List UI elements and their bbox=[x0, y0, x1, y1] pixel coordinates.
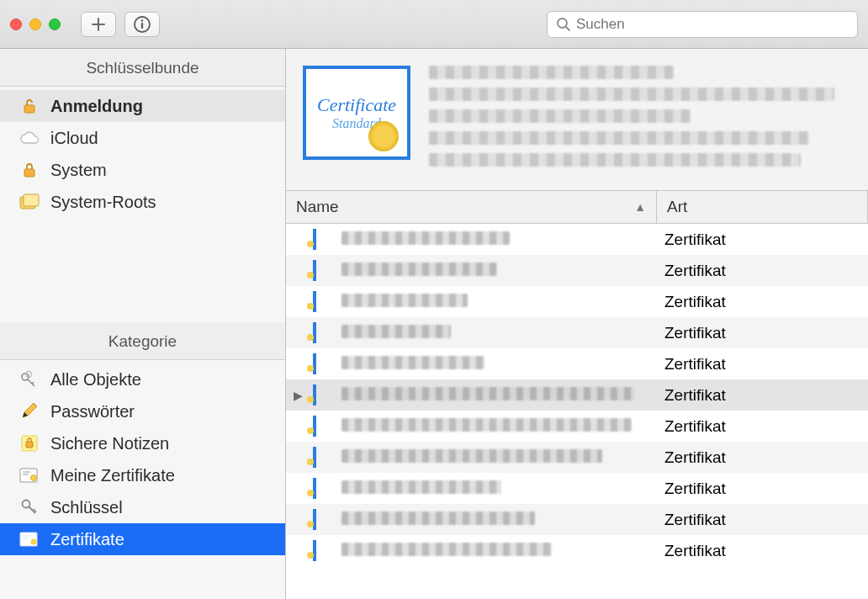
table-row[interactable]: Zertifikat bbox=[286, 504, 868, 535]
search-input[interactable] bbox=[576, 16, 849, 33]
row-kind: Zertifikat bbox=[654, 231, 726, 249]
table-header: Name ▲ Art bbox=[286, 191, 868, 224]
row-name bbox=[341, 417, 654, 436]
cert-word-1: Certificate bbox=[317, 94, 396, 116]
category-label: Alle Objekte bbox=[50, 370, 141, 390]
lock-icon bbox=[19, 159, 40, 181]
close-window-button[interactable] bbox=[10, 19, 22, 30]
category-label: Passwörter bbox=[50, 402, 135, 421]
table-row[interactable]: Zertifikat bbox=[286, 442, 868, 473]
certificate-icon bbox=[313, 480, 335, 498]
category-label: Meine Zertifikate bbox=[50, 466, 175, 485]
certificate-icon bbox=[313, 262, 335, 280]
svg-rect-12 bbox=[26, 442, 33, 448]
category-label: Zertifikate bbox=[50, 530, 124, 549]
certificate-icon bbox=[313, 355, 335, 374]
disclosure-triangle-icon[interactable]: ▶ bbox=[286, 389, 310, 402]
minimize-window-button[interactable] bbox=[29, 19, 41, 30]
table-row[interactable]: Zertifikat bbox=[286, 224, 868, 255]
keychains-header: Schlüsselbunde bbox=[0, 49, 285, 87]
keychain-system[interactable]: System bbox=[0, 154, 285, 186]
keychain-label: System bbox=[50, 161, 107, 180]
cloud-icon bbox=[19, 127, 40, 149]
certificate-icon bbox=[313, 417, 335, 436]
column-name[interactable]: Name ▲ bbox=[286, 191, 657, 223]
certificate-icon bbox=[313, 511, 335, 529]
category-certificates[interactable]: Zertifikate bbox=[0, 523, 285, 555]
category-passwords[interactable]: Passwörter bbox=[0, 395, 285, 427]
keychain-icloud[interactable]: iCloud bbox=[0, 122, 285, 154]
roots-icon bbox=[19, 191, 40, 213]
svg-point-19 bbox=[31, 539, 37, 545]
keys-icon bbox=[19, 368, 40, 390]
column-kind[interactable]: Art bbox=[657, 191, 868, 223]
sidebar: Schlüsselbunde Anmeldung iCloud System S… bbox=[0, 49, 286, 599]
table-row[interactable]: Zertifikat bbox=[286, 255, 868, 286]
sort-ascending-icon: ▲ bbox=[634, 200, 646, 214]
row-kind: Zertifikat bbox=[654, 262, 726, 280]
certificate-icon bbox=[313, 448, 335, 467]
keychain-label: Anmeldung bbox=[50, 97, 143, 116]
category-all[interactable]: Alle Objekte bbox=[0, 363, 285, 395]
key-icon bbox=[19, 496, 40, 518]
row-kind: Zertifikat bbox=[654, 542, 726, 560]
keychain-label: iCloud bbox=[50, 129, 98, 148]
column-kind-label: Art bbox=[667, 198, 687, 215]
row-kind: Zertifikat bbox=[654, 386, 726, 405]
table-row[interactable]: Zertifikat bbox=[286, 348, 868, 379]
plus-icon bbox=[91, 17, 106, 32]
keychain-system-roots[interactable]: System-Roots bbox=[0, 186, 285, 218]
svg-rect-2 bbox=[141, 23, 143, 29]
svg-point-14 bbox=[31, 475, 37, 481]
add-button[interactable] bbox=[81, 12, 116, 37]
row-kind: Zertifikat bbox=[654, 324, 726, 342]
table-row[interactable]: Zertifikat bbox=[286, 535, 868, 566]
row-name bbox=[341, 293, 654, 311]
column-name-label: Name bbox=[296, 198, 339, 216]
table-row[interactable]: Zertifikat bbox=[286, 317, 868, 348]
row-kind: Zertifikat bbox=[654, 355, 726, 374]
lock-open-icon bbox=[19, 95, 40, 117]
row-name bbox=[341, 480, 654, 498]
certificate-icon bbox=[313, 542, 335, 560]
keychains-list: Anmeldung iCloud System System-Roots bbox=[0, 87, 285, 221]
keychain-label: System-Roots bbox=[50, 193, 156, 212]
info-button[interactable] bbox=[124, 12, 160, 37]
certificate-icon bbox=[313, 324, 335, 342]
svg-point-1 bbox=[141, 19, 144, 22]
svg-rect-6 bbox=[24, 169, 34, 177]
row-name bbox=[341, 262, 654, 280]
category-list: Alle Objekte Passwörter Sichere Notizen … bbox=[0, 360, 285, 559]
certificate-icon bbox=[313, 386, 335, 405]
svg-rect-8 bbox=[24, 194, 39, 206]
row-kind: Zertifikat bbox=[654, 511, 726, 529]
svg-point-3 bbox=[558, 19, 567, 28]
category-secure-notes[interactable]: Sichere Notizen bbox=[0, 427, 285, 459]
category-my-certificates[interactable]: Meine Zertifikate bbox=[0, 459, 285, 491]
svg-line-4 bbox=[566, 27, 569, 30]
pencil-icon bbox=[19, 400, 40, 422]
row-name bbox=[341, 542, 654, 560]
row-kind: Zertifikat bbox=[654, 293, 726, 311]
certificate-large-icon: Certificate Standard bbox=[303, 66, 410, 160]
category-keys[interactable]: Schlüssel bbox=[0, 491, 285, 523]
titlebar bbox=[0, 0, 868, 49]
table-row[interactable]: Zertifikat bbox=[286, 286, 868, 317]
certificate-detail-text bbox=[429, 66, 851, 175]
row-kind: Zertifikat bbox=[654, 448, 726, 467]
row-name bbox=[341, 324, 654, 342]
row-name bbox=[341, 448, 654, 467]
note-icon bbox=[19, 432, 40, 454]
table-rows: ZertifikatZertifikatZertifikatZertifikat… bbox=[286, 224, 868, 566]
category-header: Kategorie bbox=[0, 322, 285, 360]
search-icon bbox=[556, 17, 571, 32]
main-panel: Certificate Standard Name ▲ Art Zertifik… bbox=[286, 49, 868, 599]
zoom-window-button[interactable] bbox=[49, 19, 61, 30]
table-row[interactable]: ▶Zertifikat bbox=[286, 379, 868, 411]
table-row[interactable]: Zertifikat bbox=[286, 411, 868, 442]
keychain-login[interactable]: Anmeldung bbox=[0, 90, 285, 122]
search-field[interactable] bbox=[547, 11, 858, 38]
table-row[interactable]: Zertifikat bbox=[286, 473, 868, 504]
row-kind: Zertifikat bbox=[654, 417, 726, 436]
mycert-icon bbox=[19, 464, 40, 486]
